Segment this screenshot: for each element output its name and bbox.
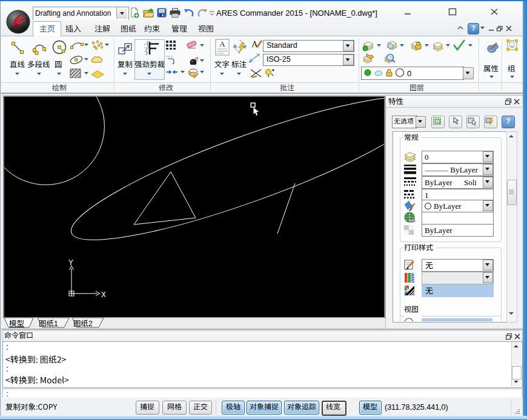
svg-text:X: X [101, 290, 106, 299]
svg-text:A: A [219, 39, 225, 48]
svg-text:Y: Y [68, 258, 73, 267]
svg-text:A: A [251, 39, 258, 49]
